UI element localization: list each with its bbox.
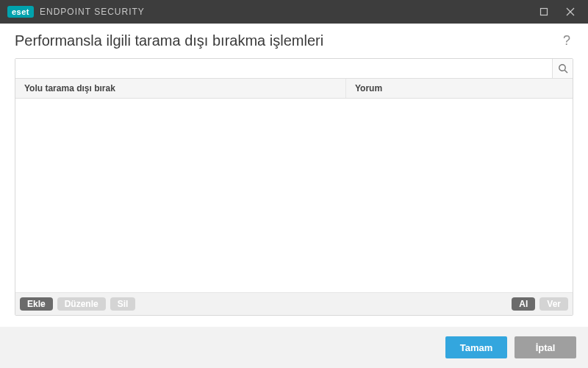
exclusions-panel: Yolu tarama dışı bırak Yorum Ekle Düzenl… [15, 58, 573, 316]
page-title: Performansla ilgili tarama dışı bırakma … [15, 32, 560, 49]
search-button[interactable] [552, 59, 573, 78]
search-icon [558, 63, 568, 74]
edit-button[interactable]: Düzenle [57, 297, 106, 311]
brand-logo: eset [7, 6, 34, 18]
minimize-button[interactable] [534, 1, 554, 22]
action-row: Ekle Düzenle Sil Al Ver [15, 292, 573, 315]
svg-rect-0 [541, 9, 548, 15]
close-button[interactable] [560, 1, 581, 22]
footer: Tamam İptal [0, 327, 588, 368]
app-title: ENDPOINT SECURITY [40, 7, 145, 17]
svg-point-3 [559, 65, 564, 71]
column-header-comment[interactable]: Yorum [346, 79, 573, 98]
help-icon[interactable]: ? [560, 33, 573, 49]
svg-line-4 [564, 70, 567, 73]
search-row [15, 59, 573, 79]
import-button[interactable]: Al [512, 297, 535, 311]
column-header-path[interactable]: Yolu tarama dışı bırak [15, 79, 346, 98]
table-header: Yolu tarama dışı bırak Yorum [15, 79, 573, 99]
table-body [15, 99, 573, 292]
ok-button[interactable]: Tamam [445, 336, 507, 358]
content-area: Performansla ilgili tarama dışı bırakma … [0, 24, 588, 316]
titlebar: eset ENDPOINT SECURITY [0, 0, 588, 24]
page-header: Performansla ilgili tarama dışı bırakma … [15, 32, 573, 49]
cancel-button[interactable]: İptal [514, 336, 576, 358]
delete-button[interactable]: Sil [110, 297, 136, 311]
export-button[interactable]: Ver [539, 297, 568, 311]
add-button[interactable]: Ekle [20, 297, 53, 311]
search-input[interactable] [15, 59, 552, 78]
